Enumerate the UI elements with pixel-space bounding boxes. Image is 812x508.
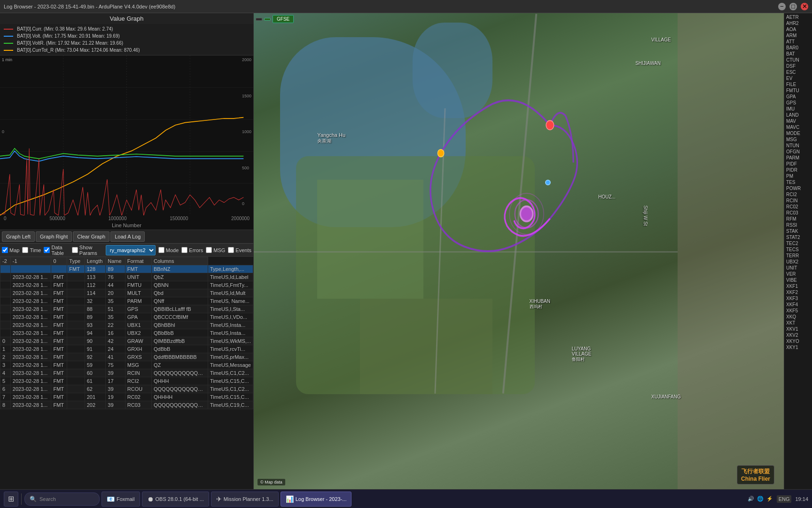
table-row[interactable]: 22023-02-28 1...FMT9241GRXSQddfBBBMBBBBB…: [0, 353, 253, 361]
taskbar-item-obs[interactable]: ⏺ OBS 28.0.1 (64-bit ...: [142, 492, 209, 507]
sidebar-item-aoa[interactable]: AOA: [785, 26, 811, 32]
table-row[interactable]: 12023-02-28 1...FMT9124GRXHQdBbBTimeUS,r…: [0, 345, 253, 353]
sidebar-item-aetr[interactable]: AETR: [785, 14, 811, 20]
table-row[interactable]: 32023-02-28 1...FMT5975MSGQZTimeUS,Messa…: [0, 361, 253, 369]
sidebar-item-gpa[interactable]: GPA: [785, 94, 811, 100]
sidebar-item-msg[interactable]: MSG: [785, 136, 811, 143]
map-mode-button[interactable]: [256, 18, 262, 21]
sidebar-item-dsf[interactable]: DSF: [785, 63, 811, 69]
table-row[interactable]: 2023-02-28 1...FMT3235PARMQNffTimeUS, Na…: [0, 297, 253, 305]
table-row[interactable]: 62023-02-28 1...FMT6239RCOUQQQQQQQQQQQQQ…: [0, 385, 253, 393]
sidebar-item-fmtu[interactable]: FMTU: [785, 87, 811, 94]
sidebar-item-terr[interactable]: TERR: [785, 253, 811, 259]
sidebar-item-ctun[interactable]: CTUN: [785, 57, 811, 63]
sidebar-item-pidr[interactable]: PIDR: [785, 167, 811, 173]
graph-left-button[interactable]: Graph Left: [2, 231, 35, 242]
sidebar-item-xkt[interactable]: XKT: [785, 320, 811, 326]
sidebar-item-xkf4[interactable]: XKF4: [785, 302, 811, 308]
table-row[interactable]: 2023-02-28 1...FMT8851GPSQBBIBcLLafff fB…: [0, 305, 253, 313]
close-button[interactable]: ✕: [801, 3, 808, 10]
table-row[interactable]: 2023-02-28 1...FMT8935GPAQBCCCCfBIMfTime…: [0, 313, 253, 321]
sidebar-item-gps[interactable]: GPS: [785, 100, 811, 106]
errors-checkbox-input[interactable]: [181, 247, 187, 253]
sidebar-item-pm[interactable]: PM: [785, 173, 811, 179]
sidebar-item-mavc[interactable]: MAVC: [785, 124, 811, 130]
sidebar-item-rc02[interactable]: RC02: [785, 204, 811, 210]
sidebar-item-esc[interactable]: ESC: [785, 69, 811, 75]
msg-checkbox[interactable]: MSG: [206, 247, 225, 253]
sidebar-item-bat[interactable]: BAT: [785, 51, 811, 57]
sidebar-item-rci2[interactable]: RCI2: [785, 191, 811, 198]
data-table-checkbox[interactable]: Data Table: [44, 245, 69, 256]
events-checkbox[interactable]: Events: [228, 247, 251, 253]
table-row[interactable]: 2023-02-28 1...FMT9322UBX1QBhBBhITimeUS,…: [0, 321, 253, 329]
sidebar-item-xkv2[interactable]: XKV2: [785, 332, 811, 338]
maximize-button[interactable]: □: [789, 3, 797, 10]
msg-checkbox-input[interactable]: [206, 247, 212, 253]
sidebar-item-xky1[interactable]: XKY1: [785, 344, 811, 350]
map-checkbox[interactable]: Map: [2, 247, 19, 253]
table-row[interactable]: 82023-02-28 1...FMT20239RC03QQQQQQQQQQQQ…: [0, 401, 253, 409]
sidebar-item-xkyo[interactable]: XKYO: [785, 338, 811, 344]
sidebar-item-file[interactable]: FILE: [785, 81, 811, 87]
sidebar-item-ev[interactable]: EV: [785, 75, 811, 81]
minimize-button[interactable]: −: [778, 3, 786, 10]
mode-checkbox[interactable]: Mode: [158, 247, 179, 253]
sidebar-item-rssi[interactable]: RSSI: [785, 222, 811, 228]
sidebar-item-xkf2[interactable]: XKF2: [785, 289, 811, 295]
sidebar-item-xkf1[interactable]: XKF1: [785, 283, 811, 289]
sidebar-item-vibe[interactable]: VIBE: [785, 277, 811, 283]
sidebar-item-xkf5[interactable]: XKF5: [785, 308, 811, 314]
data-table-checkbox-input[interactable]: [44, 247, 50, 253]
clear-graph-button[interactable]: Clear Graph: [73, 231, 109, 242]
taskbar-item-mission-planner[interactable]: ✈ Mission Planner 1.3...: [211, 492, 279, 507]
show-params-checkbox[interactable]: Show Params: [72, 245, 103, 256]
graph-right-button[interactable]: Graph Right: [36, 231, 72, 242]
sidebar-item-ofgn[interactable]: OFGN: [785, 149, 811, 155]
table-row[interactable]: 2023-02-28 1...FMT9416UBX2QBbBbBTimeUS,I…: [0, 329, 253, 337]
sidebar-item-att[interactable]: ATT: [785, 39, 811, 45]
taskbar-item-foxmail[interactable]: 📧 Foxmail: [102, 492, 140, 507]
sidebar-item-powr[interactable]: POWR: [785, 185, 811, 191]
errors-checkbox[interactable]: Errors: [181, 247, 203, 253]
sidebar-item-mode[interactable]: MODE: [785, 130, 811, 136]
table-row[interactable]: 42023-02-28 1...FMT6039RCINQQQQQQQQQQQQQ…: [0, 369, 253, 377]
sidebar-item-ntun[interactable]: NTUN: [785, 143, 811, 149]
sidebar-item-rc03[interactable]: RC03: [785, 210, 811, 216]
sidebar-item-ver[interactable]: VER: [785, 271, 811, 277]
events-checkbox-input[interactable]: [228, 247, 234, 253]
sidebar-item-xkf3[interactable]: XKF3: [785, 295, 811, 302]
load-a-log-button[interactable]: Load A Log: [110, 231, 145, 242]
start-button[interactable]: ⊞: [4, 492, 18, 507]
table-row[interactable]: 2023-02-28 1...FMT11420MULTQbdTimeUS,Id,…: [0, 289, 253, 297]
map-panel[interactable]: Yangcha Hu央茶湖 VILLAGE SHIJIAWAN XIHUBAN西…: [254, 13, 784, 489]
sidebar-item-xkq[interactable]: XKQ: [785, 314, 811, 320]
sidebar-item-parm[interactable]: PARM: [785, 155, 811, 161]
gps-button[interactable]: GFSE: [273, 15, 294, 23]
sidebar-item-ubx2[interactable]: UBX2: [785, 259, 811, 265]
table-row[interactable]: 72023-02-28 1...FMT20119RC02QHHHHTimeUS,…: [0, 393, 253, 401]
graph-dropdown[interactable]: ry_mavgraphs2 mavgraphs custom: [106, 245, 156, 255]
sidebar-item-stak[interactable]: STAK: [785, 228, 811, 234]
taskbar-item-log-browser[interactable]: 📊 Log Browser - 2023-...: [281, 492, 352, 507]
sidebar-item-land[interactable]: LAND: [785, 112, 811, 118]
map-checkbox-input[interactable]: [2, 247, 8, 253]
sidebar-item-unit[interactable]: UNIT: [785, 265, 811, 271]
time-checkbox[interactable]: Time: [22, 247, 41, 253]
sidebar-item-stat2[interactable]: STAT2: [785, 234, 811, 240]
sidebar-item-ahr2[interactable]: AHR2: [785, 20, 811, 26]
table-row[interactable]: 2023-02-28 1...FMT11244FMTUQBNNTimeUS,Fm…: [0, 281, 253, 289]
sidebar-item-rfm[interactable]: RFM: [785, 216, 811, 222]
table-row[interactable]: 02023-02-28 1...FMT9042GRAWQIMBBzdffbBTi…: [0, 337, 253, 345]
show-params-checkbox-input[interactable]: [72, 247, 78, 253]
sidebar-item-imu[interactable]: IMU: [785, 106, 811, 112]
sidebar-item-arm[interactable]: ARM: [785, 32, 811, 39]
sidebar-item-xkv1[interactable]: XKV1: [785, 326, 811, 332]
sidebar-item-tes[interactable]: TES: [785, 179, 811, 185]
table-row[interactable]: FMT12889FMTBBnNZType,Length,...: [0, 265, 253, 273]
sidebar-item-rcin[interactable]: RCIN: [785, 198, 811, 204]
table-row[interactable]: 2023-02-28 1...FMT11376UNITQbZTimeUS,Id,…: [0, 273, 253, 281]
mode-checkbox-input[interactable]: [158, 247, 164, 253]
sidebar-item-bar0[interactable]: BAR0: [785, 45, 811, 51]
sidebar-item-mav[interactable]: MAV: [785, 118, 811, 124]
